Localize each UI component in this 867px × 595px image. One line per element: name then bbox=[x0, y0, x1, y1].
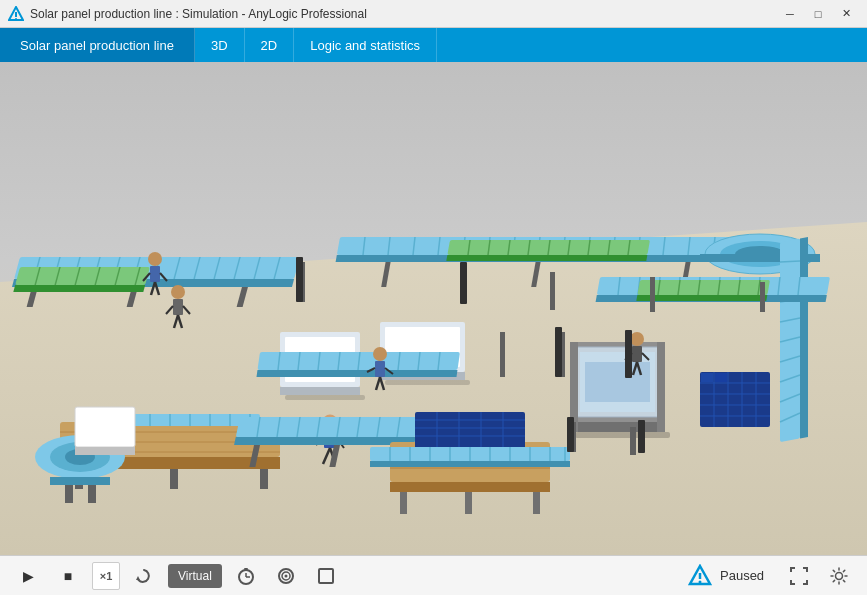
svg-rect-30 bbox=[13, 285, 145, 292]
svg-rect-131 bbox=[375, 361, 385, 377]
anylogic-logo bbox=[688, 564, 712, 588]
svg-rect-38 bbox=[173, 299, 183, 315]
paused-status: Paused bbox=[720, 568, 775, 583]
svg-rect-232 bbox=[370, 461, 570, 467]
svg-rect-90 bbox=[800, 237, 808, 438]
maximize-button[interactable]: □ bbox=[805, 4, 831, 24]
svg-rect-143 bbox=[575, 432, 670, 438]
svg-point-31 bbox=[148, 252, 162, 266]
svg-rect-118 bbox=[385, 380, 470, 385]
svg-rect-235 bbox=[550, 272, 555, 310]
svg-point-130 bbox=[373, 347, 387, 361]
svg-point-37 bbox=[171, 285, 185, 299]
tab-solar-panel[interactable]: Solar panel production line bbox=[0, 28, 195, 62]
svg-rect-110 bbox=[636, 295, 767, 301]
virtual-button[interactable]: Virtual bbox=[168, 564, 222, 588]
svg-rect-211 bbox=[465, 492, 472, 514]
svg-marker-248 bbox=[136, 576, 140, 580]
svg-rect-113 bbox=[280, 387, 360, 395]
svg-rect-242 bbox=[296, 257, 303, 302]
window-controls: ─ □ ✕ bbox=[777, 4, 859, 24]
svg-rect-142 bbox=[657, 342, 665, 432]
svg-rect-159 bbox=[701, 373, 713, 382]
svg-rect-246 bbox=[567, 417, 574, 452]
play-button[interactable]: ▶ bbox=[12, 562, 44, 590]
app-icon bbox=[8, 6, 24, 22]
record-button[interactable] bbox=[310, 562, 342, 590]
svg-rect-245 bbox=[625, 330, 632, 378]
step-button[interactable] bbox=[128, 562, 160, 590]
svg-rect-145 bbox=[632, 346, 642, 362]
svg-rect-202 bbox=[234, 437, 416, 445]
svg-rect-252 bbox=[244, 568, 248, 570]
title-bar: Solar panel production line : Simulation… bbox=[0, 0, 867, 28]
timer-button[interactable] bbox=[230, 562, 262, 590]
toolbar: ▶ ■ ×1 Virtual bbox=[0, 555, 867, 595]
close-button[interactable]: ✕ bbox=[833, 4, 859, 24]
svg-rect-212 bbox=[533, 492, 540, 514]
stop-button[interactable]: ■ bbox=[52, 562, 84, 590]
svg-rect-182 bbox=[50, 477, 110, 485]
svg-rect-256 bbox=[319, 569, 333, 583]
tab-3d[interactable]: 3D bbox=[195, 28, 245, 62]
svg-rect-236 bbox=[650, 277, 655, 312]
svg-point-260 bbox=[836, 572, 843, 579]
scene bbox=[0, 62, 867, 555]
svg-point-255 bbox=[284, 574, 287, 577]
tab-2d[interactable]: 2D bbox=[245, 28, 295, 62]
viewport bbox=[0, 62, 867, 555]
svg-rect-213 bbox=[415, 412, 525, 450]
speed-button[interactable]: ×1 bbox=[92, 562, 120, 590]
svg-rect-241 bbox=[630, 427, 636, 455]
svg-rect-210 bbox=[400, 492, 407, 514]
svg-rect-177 bbox=[170, 469, 178, 489]
svg-point-144 bbox=[630, 332, 644, 346]
svg-rect-237 bbox=[760, 282, 765, 312]
svg-rect-184 bbox=[88, 485, 96, 503]
target-button[interactable] bbox=[270, 562, 302, 590]
svg-point-2 bbox=[15, 18, 17, 20]
svg-rect-209 bbox=[390, 482, 550, 492]
svg-rect-186 bbox=[75, 447, 135, 455]
settings-button[interactable] bbox=[823, 562, 855, 590]
svg-rect-183 bbox=[65, 485, 73, 503]
svg-rect-160 bbox=[715, 373, 727, 382]
svg-line-81 bbox=[780, 261, 800, 262]
tab-logic[interactable]: Logic and statistics bbox=[294, 28, 437, 62]
svg-point-259 bbox=[699, 580, 702, 583]
svg-rect-103 bbox=[637, 280, 770, 295]
svg-rect-139 bbox=[585, 362, 650, 402]
svg-rect-238 bbox=[500, 332, 505, 377]
tab-bar: Solar panel production line 3D 2D Logic … bbox=[0, 28, 867, 62]
svg-rect-114 bbox=[285, 395, 365, 400]
svg-rect-129 bbox=[256, 370, 457, 377]
fullscreen-button[interactable] bbox=[783, 562, 815, 590]
svg-rect-140 bbox=[570, 422, 665, 432]
title-bar-left: Solar panel production line : Simulation… bbox=[8, 6, 367, 22]
window-title: Solar panel production line : Simulation… bbox=[30, 7, 367, 21]
minimize-button[interactable]: ─ bbox=[777, 4, 803, 24]
svg-rect-185 bbox=[75, 407, 135, 447]
svg-rect-243 bbox=[460, 262, 467, 304]
svg-rect-244 bbox=[555, 327, 562, 377]
svg-rect-178 bbox=[260, 469, 268, 489]
svg-rect-247 bbox=[638, 420, 645, 453]
svg-rect-75 bbox=[446, 255, 647, 261]
svg-rect-193 bbox=[236, 417, 420, 437]
svg-rect-32 bbox=[150, 266, 160, 282]
